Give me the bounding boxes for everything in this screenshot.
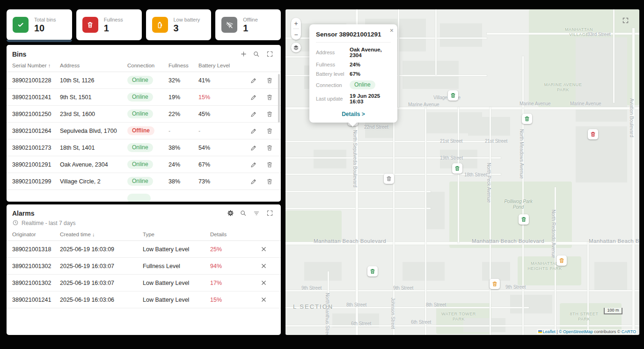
column-header-address[interactable]: Address xyxy=(60,63,127,68)
bins-panel-title: Bins xyxy=(12,51,26,58)
zoom-in-button[interactable]: + xyxy=(291,18,301,29)
bin-marker-fullness[interactable] xyxy=(588,129,598,139)
bin-row[interactable]: 389021001273 18th St, 1401 Online 38% 54… xyxy=(7,139,281,156)
column-header-details[interactable]: Details xyxy=(210,232,252,237)
bin-marker-online[interactable] xyxy=(522,114,532,124)
map-scale-bar: 100 m xyxy=(604,308,622,314)
bin-row-partial xyxy=(7,190,281,202)
alarm-row[interactable]: 389021001302 2025-06-19 16:03:07 Fullnes… xyxy=(7,258,281,275)
connection-badge: Online xyxy=(127,109,153,118)
add-bin-button[interactable] xyxy=(238,49,249,60)
stat-card-low-battery[interactable]: Low battery 3 xyxy=(146,9,212,40)
bin-marker-low_battery[interactable] xyxy=(556,255,567,266)
bin-marker-offline[interactable] xyxy=(384,174,394,184)
bin-row[interactable]: 389021001299 Village Circle, 2 Online 38… xyxy=(7,173,281,190)
sort-ascending-icon: ↑ xyxy=(48,63,51,68)
sort-descending-icon: ↓ xyxy=(92,232,95,237)
delete-bin-icon[interactable] xyxy=(264,176,275,187)
alarms-time-window[interactable]: Realtime - last 7 days xyxy=(7,218,281,228)
stat-card-offline[interactable]: Offline 1 xyxy=(215,9,281,40)
leaflet-link[interactable]: Leaflet xyxy=(543,329,556,334)
dismiss-alarm-icon[interactable] xyxy=(258,294,270,305)
scrollbar[interactable] xyxy=(278,74,280,123)
map-attribution: Leaflet | © OpenStreetMap contributors ©… xyxy=(537,329,637,334)
edit-bin-icon[interactable] xyxy=(248,142,259,153)
close-icon[interactable]: × xyxy=(390,27,394,34)
card-value: 1 xyxy=(243,23,258,33)
delete-bin-icon[interactable] xyxy=(264,75,275,86)
popup-title: Sensor 389021001291 xyxy=(316,30,391,43)
column-header-fullness[interactable]: Fullness xyxy=(168,63,198,68)
bin-row[interactable]: 389021001228 10th St, 1126 Online 32% 41… xyxy=(7,72,281,89)
alarm-row[interactable]: 389021001302 2025-06-19 16:03:07 Low Bat… xyxy=(7,275,281,291)
bin-row[interactable]: 389021001250 23rd St, 1600 Online 22% 45… xyxy=(7,106,281,123)
fullscreen-icon[interactable] xyxy=(264,208,275,219)
edit-bin-icon[interactable] xyxy=(248,92,259,103)
gear-icon[interactable] xyxy=(225,208,236,219)
delete-bin-icon[interactable] xyxy=(264,125,275,137)
details-link[interactable]: Details > xyxy=(342,111,365,117)
connection-badge: Online xyxy=(127,177,153,186)
column-header-type[interactable]: Type xyxy=(143,232,210,237)
connection-badge: Online xyxy=(127,93,153,102)
map-fullscreen-icon[interactable] xyxy=(622,17,629,25)
column-header-connection[interactable]: Connection xyxy=(127,63,168,68)
card-label: Total bins xyxy=(34,17,56,22)
delete-bin-icon[interactable] xyxy=(264,92,275,103)
popup-battery-value: 67% xyxy=(350,71,360,77)
dismiss-alarm-icon[interactable] xyxy=(258,277,270,289)
delete-bin-icon[interactable] xyxy=(264,142,275,153)
card-label: Low battery xyxy=(174,17,200,22)
bin-marker-online[interactable] xyxy=(519,214,529,225)
selected-indicator xyxy=(7,40,72,42)
connection-badge: Online xyxy=(127,160,153,169)
stat-card-fullness[interactable]: Fullness 1 xyxy=(76,9,142,40)
alarm-row[interactable]: 389021001318 2025-06-19 16:03:09 Low Bat… xyxy=(7,241,281,258)
delete-bin-icon[interactable] xyxy=(264,109,275,120)
connection-badge: Online xyxy=(127,76,153,85)
edit-bin-icon[interactable] xyxy=(248,125,259,137)
dismiss-alarm-icon[interactable] xyxy=(258,261,270,272)
bin-marker-online[interactable] xyxy=(367,266,378,276)
edit-bin-icon[interactable] xyxy=(248,109,259,120)
dashboard-root: Total bins 10 Fullness 1 Low xyxy=(0,0,644,349)
wifi-off-icon xyxy=(221,17,237,33)
popup-address-value: Oak Avenue, 2304 xyxy=(350,47,391,58)
left-column: Total bins 10 Fullness 1 Low xyxy=(7,9,281,335)
search-icon[interactable] xyxy=(238,208,249,219)
osm-link[interactable]: © OpenStreetMap xyxy=(559,329,593,334)
alarms-panel-title: Alarms xyxy=(12,210,34,217)
clock-icon xyxy=(12,219,19,227)
zoom-out-button[interactable]: − xyxy=(291,29,301,40)
edit-bin-icon[interactable] xyxy=(248,176,259,187)
alarms-table-header: Originator Created time ↓ Type Details xyxy=(7,228,281,241)
bin-row[interactable]: 389021001291 Oak Avenue, 2304 Online 24%… xyxy=(7,156,281,173)
delete-bin-icon[interactable] xyxy=(264,159,275,170)
carto-link[interactable]: CARTO xyxy=(622,329,636,334)
bin-marker-online[interactable] xyxy=(452,163,462,174)
dismiss-alarm-icon[interactable] xyxy=(258,244,270,255)
alarm-row[interactable]: 389021001241 2025-06-19 16:03:06 Low Bat… xyxy=(7,291,281,308)
popup-fullness-value: 24% xyxy=(350,62,360,67)
column-header-created[interactable]: Created time ↓ xyxy=(60,232,143,237)
map-panel[interactable]: MANHATTAN VILLAGE33rd StreetAviation Bou… xyxy=(285,9,639,335)
bin-row[interactable]: 389021001241 9th St, 1501 Online 19% 15% xyxy=(7,89,281,106)
stat-cards: Total bins 10 Fullness 1 Low xyxy=(7,9,281,40)
battery-icon xyxy=(152,17,168,33)
column-header-serial[interactable]: Serial Number ↑ xyxy=(12,63,60,68)
card-value: 10 xyxy=(34,23,56,33)
filter-icon[interactable] xyxy=(251,208,262,219)
edit-bin-icon[interactable] xyxy=(248,75,259,86)
bin-marker-online[interactable] xyxy=(448,90,458,101)
column-header-originator[interactable]: Originator xyxy=(12,232,60,237)
bins-table-header: Serial Number ↑ Address Connection Fulln… xyxy=(7,59,281,72)
edit-bin-icon[interactable] xyxy=(248,159,259,170)
column-header-battery[interactable]: Battery Level xyxy=(198,63,243,68)
flag-icon xyxy=(538,330,542,333)
fullscreen-icon[interactable] xyxy=(264,49,275,60)
bin-marker-low_battery[interactable] xyxy=(490,279,500,289)
stat-card-total-bins[interactable]: Total bins 10 xyxy=(7,9,72,40)
search-icon[interactable] xyxy=(251,49,262,60)
layers-icon[interactable] xyxy=(291,43,301,52)
bin-row[interactable]: 389021001264 Sepulveda Blvd, 1700 Offlin… xyxy=(7,123,281,139)
